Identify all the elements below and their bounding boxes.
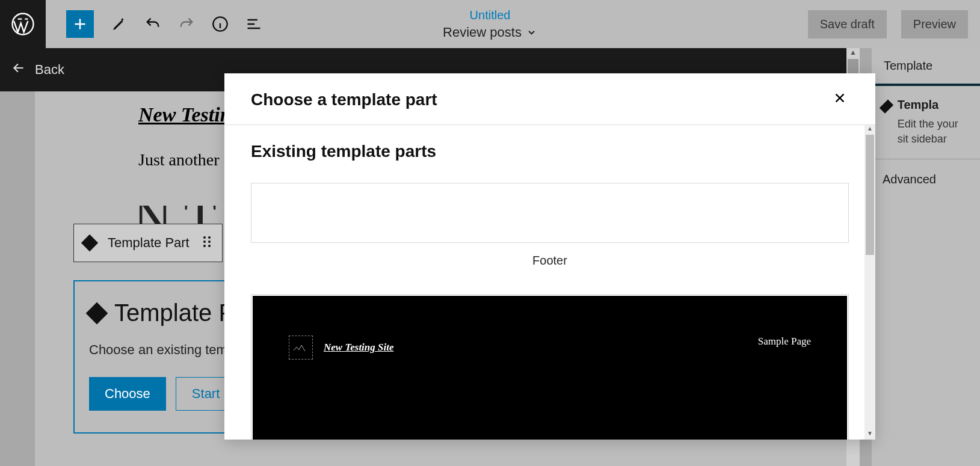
modal-header: Choose a template part bbox=[224, 73, 875, 125]
toolbar-left bbox=[66, 10, 262, 38]
undo-button[interactable] bbox=[144, 16, 161, 32]
details-button[interactable] bbox=[212, 16, 229, 32]
tools-button[interactable] bbox=[111, 16, 128, 32]
modal-body: Existing template parts Footer New Testi… bbox=[224, 125, 875, 440]
template-part-option-header[interactable]: New Testing Site Sample Page bbox=[251, 294, 849, 440]
scroll-up-icon[interactable]: ▲ bbox=[864, 125, 875, 135]
modal-scrollbar[interactable]: ▲ ▼ bbox=[864, 125, 875, 440]
add-block-button[interactable] bbox=[66, 10, 94, 38]
sidebar-block-title: Templa bbox=[898, 98, 969, 112]
template-part-icon bbox=[81, 235, 98, 251]
document-title: Untitled bbox=[443, 8, 537, 22]
preview-button[interactable]: Preview bbox=[901, 10, 968, 38]
svg-point-6 bbox=[203, 245, 206, 247]
scroll-up-icon[interactable]: ▲ bbox=[846, 48, 860, 59]
choose-button[interactable]: Choose bbox=[89, 377, 166, 411]
modal-close-button[interactable] bbox=[831, 88, 849, 111]
redo-icon bbox=[178, 15, 195, 33]
redo-button[interactable] bbox=[178, 16, 195, 32]
block-toolbar-label: Template Part bbox=[108, 235, 190, 251]
drag-handle-icon[interactable] bbox=[202, 235, 212, 251]
header-preview: New Testing Site Sample Page bbox=[253, 296, 847, 440]
chevron-down-icon bbox=[526, 27, 537, 38]
choose-template-part-modal: Choose a template part Existing template… bbox=[224, 73, 875, 440]
scrollbar-thumb[interactable] bbox=[866, 135, 874, 255]
sidebar-block-desc: Edit the your sit sidebar bbox=[898, 117, 969, 147]
site-logo-placeholder bbox=[289, 336, 313, 360]
svg-point-4 bbox=[203, 241, 206, 243]
scroll-down-icon[interactable]: ▼ bbox=[864, 430, 875, 440]
template-part-icon bbox=[86, 302, 108, 324]
arrow-left-icon bbox=[11, 60, 26, 79]
modal-section-title: Existing template parts bbox=[251, 142, 849, 161]
wordpress-logo[interactable] bbox=[0, 0, 46, 48]
placeholder-title: Template P bbox=[114, 299, 235, 327]
template-part-label: Footer bbox=[251, 254, 849, 268]
preview-nav-link: Sample Page bbox=[758, 336, 811, 348]
settings-sidebar: Template Templa Edit the your sit sideba… bbox=[872, 48, 980, 466]
document-subtitle: Review posts bbox=[443, 25, 537, 40]
sidebar-tab-template[interactable]: Template bbox=[872, 48, 980, 86]
sidebar-advanced-panel[interactable]: Advanced bbox=[872, 159, 980, 200]
image-placeholder-icon bbox=[292, 342, 309, 353]
close-icon bbox=[833, 91, 846, 105]
save-draft-button[interactable]: Save draft bbox=[808, 10, 887, 38]
list-icon bbox=[245, 16, 262, 32]
modal-title: Choose a template part bbox=[251, 90, 437, 109]
back-label: Back bbox=[35, 62, 64, 78]
block-toolbar: Template Part bbox=[73, 224, 223, 262]
pencil-icon bbox=[111, 16, 127, 32]
template-part-icon bbox=[880, 99, 893, 113]
template-part-option-footer[interactable] bbox=[251, 183, 849, 243]
top-toolbar: Untitled Review posts Save draft Preview bbox=[0, 0, 980, 48]
sidebar-block-info: Templa Edit the your sit sidebar bbox=[872, 86, 980, 159]
wordpress-icon bbox=[11, 12, 35, 36]
list-view-button[interactable] bbox=[245, 16, 262, 32]
svg-point-7 bbox=[208, 245, 211, 247]
document-info[interactable]: Untitled Review posts bbox=[443, 8, 537, 40]
info-icon bbox=[212, 16, 229, 32]
preview-site-title: New Testing Site bbox=[324, 342, 394, 354]
plus-icon bbox=[72, 16, 88, 32]
undo-icon bbox=[144, 15, 161, 33]
svg-point-2 bbox=[203, 236, 206, 239]
svg-point-5 bbox=[208, 241, 211, 243]
toolbar-right: Save draft Preview bbox=[808, 10, 968, 38]
svg-point-3 bbox=[208, 236, 211, 239]
